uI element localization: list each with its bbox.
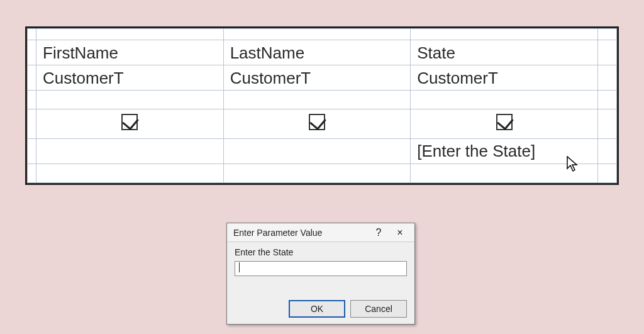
row-selector[interactable] [28, 138, 36, 164]
show-cell-2[interactable] [411, 109, 598, 138]
row-selector[interactable] [28, 164, 36, 182]
show-cell-3[interactable] [597, 109, 616, 138]
show-checkbox-0[interactable] [121, 114, 138, 130]
show-checkbox-1[interactable] [309, 114, 325, 130]
criteria-cell-0[interactable] [36, 138, 224, 164]
cancel-button[interactable]: Cancel [350, 300, 407, 318]
field-cell-3[interactable] [597, 40, 616, 65]
row-selector[interactable] [28, 109, 36, 138]
table-cell-3[interactable] [597, 65, 616, 91]
table-cell-1[interactable]: CustomerT [223, 65, 411, 91]
close-button[interactable]: × [389, 224, 411, 242]
field-cell-0[interactable]: FirstName [36, 40, 224, 65]
or-cell-2[interactable] [411, 164, 598, 182]
dialog-title: Enter Parameter Value [233, 228, 368, 238]
show-cell-0[interactable] [36, 109, 224, 138]
row-selector[interactable] [28, 91, 36, 109]
sort-cell-0[interactable] [36, 91, 224, 109]
col-header-3[interactable] [597, 29, 616, 40]
ok-button[interactable]: OK [289, 300, 345, 318]
criteria-cell-2[interactable]: [Enter the State] [411, 138, 598, 164]
table-cell-0[interactable]: CustomerT [36, 65, 224, 91]
row-selector[interactable] [28, 65, 36, 91]
criteria-cell-3[interactable] [597, 138, 616, 164]
show-cell-1[interactable] [223, 109, 411, 138]
criteria-cell-1[interactable] [223, 138, 411, 164]
dialog-titlebar[interactable]: Enter Parameter Value ? × [227, 223, 414, 242]
field-cell-2[interactable]: State [411, 40, 598, 65]
parameter-input[interactable] [235, 261, 407, 276]
col-header-1[interactable] [223, 29, 411, 40]
row-selector[interactable] [28, 40, 36, 65]
sort-cell-1[interactable] [223, 91, 411, 109]
row-selector[interactable] [28, 29, 36, 40]
col-header-2[interactable] [411, 29, 598, 40]
or-cell-3[interactable] [597, 164, 616, 182]
field-cell-1[interactable]: LastName [223, 40, 411, 65]
parameter-dialog: Enter Parameter Value ? × Enter the Stat… [226, 223, 415, 325]
dialog-body: Enter the State [227, 242, 414, 276]
sort-cell-2[interactable] [411, 91, 598, 109]
dialog-prompt: Enter the State [235, 247, 407, 257]
table-cell-2[interactable]: CustomerT [411, 65, 598, 91]
help-button[interactable]: ? [368, 224, 389, 242]
dialog-buttons: OK Cancel [289, 300, 407, 318]
show-checkbox-2[interactable] [496, 114, 513, 130]
query-design-grid: FirstName LastName State CustomerT Custo… [25, 26, 619, 185]
grid-table: FirstName LastName State CustomerT Custo… [27, 28, 617, 183]
col-header-0[interactable] [36, 29, 224, 40]
or-cell-1[interactable] [223, 164, 411, 182]
or-cell-0[interactable] [36, 164, 224, 182]
sort-cell-3[interactable] [597, 91, 616, 109]
text-caret-icon [239, 262, 240, 272]
